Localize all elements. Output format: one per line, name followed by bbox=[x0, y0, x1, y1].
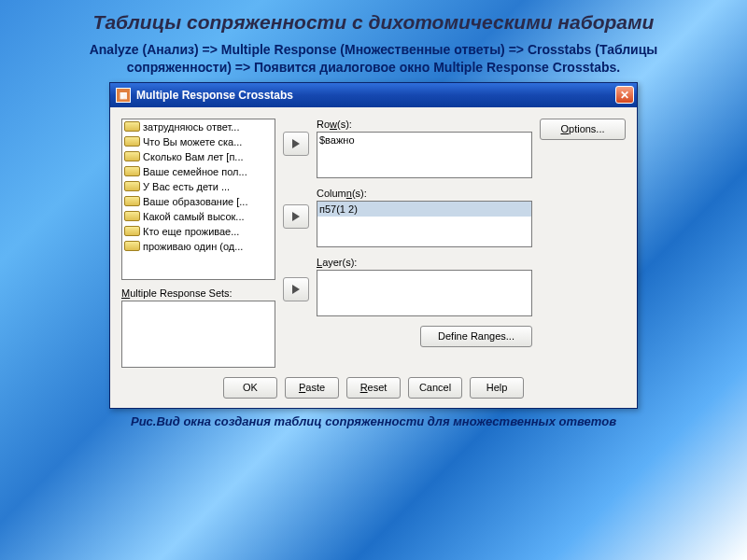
ruler-icon bbox=[124, 196, 140, 206]
ruler-icon bbox=[124, 166, 140, 176]
sets-label: Multiple Response Sets: bbox=[121, 287, 275, 299]
ruler-icon bbox=[124, 211, 140, 221]
list-item[interactable]: проживаю один (од... bbox=[122, 239, 275, 254]
row-item[interactable]: $важно bbox=[317, 133, 531, 147]
list-item[interactable]: Что Вы можете ска... bbox=[122, 134, 275, 149]
move-to-rows-button[interactable] bbox=[283, 132, 309, 156]
arrow-right-icon bbox=[290, 138, 302, 149]
list-item[interactable]: У Вас есть дети ... bbox=[122, 179, 275, 194]
arrow-right-icon bbox=[290, 284, 302, 295]
variable-label: Ваше образование [... bbox=[143, 196, 247, 207]
ruler-icon bbox=[124, 151, 140, 161]
list-item[interactable]: Ваше образование [... bbox=[122, 194, 275, 209]
sets-listbox[interactable] bbox=[121, 301, 275, 368]
variable-label: Что Вы можете ска... bbox=[143, 136, 242, 147]
list-item[interactable]: Сколько Вам лет [п... bbox=[122, 149, 275, 164]
slide-title: Таблицы сопряженности с дихотомическими … bbox=[0, 0, 747, 36]
list-item[interactable]: Какой самый высок... bbox=[122, 209, 275, 224]
variable-label: проживаю один (од... bbox=[143, 241, 243, 252]
variable-label: У Вас есть дети ... bbox=[143, 181, 230, 192]
ruler-icon bbox=[124, 181, 140, 191]
app-icon: ▦ bbox=[116, 88, 131, 103]
variable-label: затрудняюсь ответ... bbox=[143, 121, 239, 133]
columns-label: Column(s): bbox=[317, 188, 532, 199]
arrow-right-icon bbox=[290, 211, 302, 222]
layers-listbox[interactable] bbox=[317, 270, 532, 316]
define-ranges-button[interactable]: Define Ranges... bbox=[420, 326, 532, 347]
layers-label: Layer(s): bbox=[317, 257, 532, 268]
ruler-icon bbox=[124, 136, 140, 147]
cancel-button[interactable]: Cancel bbox=[408, 377, 462, 399]
dialog-body: затрудняюсь ответ... Что Вы можете ска..… bbox=[110, 107, 637, 408]
dialog-title: Multiple Response Crosstabs bbox=[136, 89, 615, 102]
slide-subtitle: Analyze (Анализ) => Multiple Response (М… bbox=[0, 36, 747, 82]
variable-label: Ваше семейное пол... bbox=[143, 166, 247, 177]
ruler-icon bbox=[124, 226, 140, 236]
figure-caption: Рис.Вид окна создания таблиц сопряженнос… bbox=[0, 409, 747, 428]
column-item-label: п57(1 2) bbox=[319, 203, 358, 215]
bottom-button-row: OK Paste Reset Cancel Help bbox=[121, 377, 626, 399]
close-button[interactable]: ✕ bbox=[615, 86, 634, 104]
variable-label: Какой самый высок... bbox=[143, 211, 245, 222]
help-button[interactable]: Help bbox=[470, 377, 524, 399]
list-item[interactable]: Кто еще проживае... bbox=[122, 224, 275, 239]
move-to-layers-button[interactable] bbox=[283, 277, 309, 301]
ruler-icon bbox=[124, 241, 140, 251]
move-to-columns-button[interactable] bbox=[283, 204, 309, 229]
ruler-icon bbox=[124, 121, 140, 132]
rows-label: Row(s): bbox=[317, 119, 532, 130]
variable-label: Сколько Вам лет [п... bbox=[143, 151, 244, 162]
reset-button[interactable]: Reset bbox=[346, 377, 401, 399]
list-item[interactable]: затрудняюсь ответ... bbox=[122, 119, 275, 134]
ok-button[interactable]: OK bbox=[223, 377, 277, 399]
list-item[interactable]: Ваше семейное пол... bbox=[122, 164, 275, 179]
columns-listbox[interactable]: п57(1 2) bbox=[317, 201, 532, 247]
rows-listbox[interactable]: $важно bbox=[317, 132, 532, 178]
column-item[interactable]: п57(1 2) bbox=[317, 202, 531, 217]
paste-button[interactable]: Paste bbox=[285, 377, 339, 399]
dialog-window: ▦ Multiple Response Crosstabs ✕ затрудня… bbox=[109, 82, 638, 409]
variables-listbox[interactable]: затрудняюсь ответ... Что Вы можете ска..… bbox=[121, 119, 275, 280]
variable-label: Кто еще проживае... bbox=[143, 226, 239, 237]
options-button[interactable]: Options... bbox=[540, 119, 626, 140]
titlebar: ▦ Multiple Response Crosstabs ✕ bbox=[110, 83, 637, 107]
